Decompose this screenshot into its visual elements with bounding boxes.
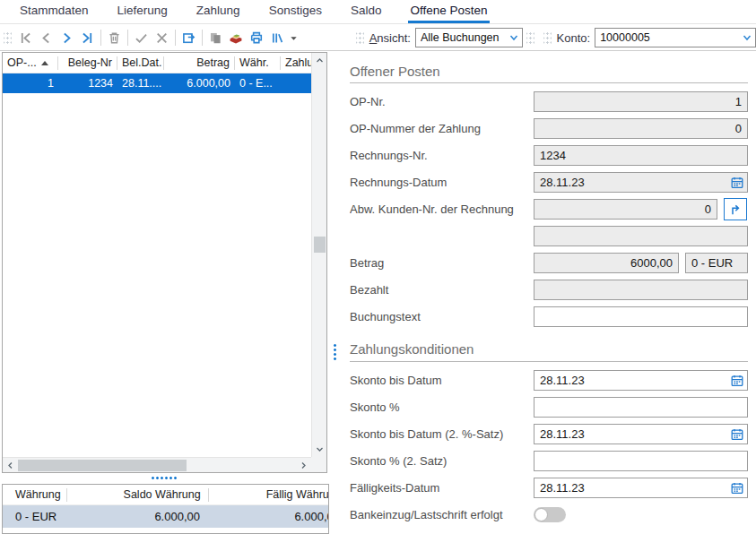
- toolbar-grip: [543, 31, 552, 45]
- form-row-abw-kunden-zusatz: [350, 226, 748, 246]
- chevron-down-icon: [508, 31, 520, 44]
- scroll-down-icon[interactable]: [312, 442, 327, 457]
- cell-faellig: 6.000,00: [207, 510, 329, 523]
- form-row-buchungstext: Buchungstext: [350, 306, 748, 327]
- nav-last-icon[interactable]: [77, 27, 98, 48]
- form-row-abw-kunden-nr: Abw. Kunden-Nr. der Rechnung: [350, 199, 748, 220]
- toolbar-grip: [4, 31, 12, 45]
- calendar-icon[interactable]: [729, 373, 744, 388]
- copy-icon: [205, 27, 226, 48]
- tab-stammdaten[interactable]: Stammdaten: [18, 0, 91, 23]
- open-items-grid: OP-... Beleg-Nr Bel.Dat. Betrag Währ. Za…: [3, 53, 311, 457]
- tab-lieferung[interactable]: Lieferung: [116, 0, 169, 23]
- ansicht-select[interactable]: Alle Buchungen: [415, 28, 523, 47]
- column-header-op-nr[interactable]: OP-...: [3, 56, 58, 70]
- tab-sonstiges[interactable]: Sonstiges: [267, 0, 324, 23]
- scroll-left-icon[interactable]: [3, 458, 18, 473]
- print-forms-icon[interactable]: [226, 27, 247, 48]
- jump-to-record-button[interactable]: [724, 198, 747, 220]
- column-header-zahlung[interactable]: Zahlu: [281, 56, 311, 70]
- form-row-skonto-prozent: Skonto %: [350, 397, 748, 418]
- section-rule: [350, 361, 748, 362]
- field-label: Abw. Kunden-Nr. der Rechnung: [350, 202, 534, 216]
- reports-dropdown-caret-icon[interactable]: [288, 27, 300, 48]
- cell-beleg-nr: 1234: [58, 77, 117, 90]
- konto-select[interactable]: 10000005: [595, 28, 756, 47]
- transfer-icon[interactable]: [178, 27, 199, 48]
- op-zahlung-field: [534, 118, 748, 139]
- form-row-bankeinzug: Bankeinzug/Lastschrift erfolgt: [350, 504, 748, 525]
- vertical-scroll-thumb[interactable]: [314, 237, 326, 253]
- section-title-zahlungskonditionen: Zahlungskonditionen: [350, 340, 748, 359]
- column-header-betrag[interactable]: Betrag: [164, 56, 235, 70]
- scrollbar-corner: [311, 457, 326, 472]
- tab-offene-posten[interactable]: Offene Posten: [408, 0, 489, 23]
- table-row-selected[interactable]: 1 1234 28.11.... 6.000,00 0 - E...: [3, 73, 311, 93]
- ansicht-select-value: Alle Buchungen: [421, 31, 508, 44]
- calendar-icon[interactable]: [729, 480, 744, 495]
- toolbar-separator: [202, 30, 203, 46]
- chevron-down-icon: [741, 31, 753, 44]
- field-label: Skonto bis Datum (2. %-Satz): [350, 427, 534, 441]
- skonto-bis-datum-2-field[interactable]: [534, 424, 748, 444]
- form-row-op-zahlung: OP-Nummer der Zahlung: [350, 118, 748, 139]
- tab-zahlung[interactable]: Zahlung: [195, 0, 242, 23]
- faelligkeits-datum-field[interactable]: [534, 478, 748, 498]
- scroll-right-icon[interactable]: [296, 458, 311, 473]
- bezahlt-field: [534, 280, 748, 300]
- field-label: Bezahlt: [350, 283, 534, 297]
- cell-betrag: 6.000,00: [164, 77, 235, 90]
- saldo-row[interactable]: 0 - EUR 6.000,00 6.000,00: [3, 505, 329, 528]
- betrag-currency-field[interactable]: 0 - EUR: [685, 253, 748, 273]
- column-header-waehr[interactable]: Währ.: [235, 56, 281, 70]
- table-header-row: OP-... Beleg-Nr Bel.Dat. Betrag Währ. Za…: [3, 53, 311, 73]
- column-header-beleg-nr[interactable]: Beleg-Nr: [58, 56, 117, 70]
- toolbar-separator: [127, 30, 128, 46]
- scroll-up-icon[interactable]: [312, 53, 327, 68]
- konto-label: Konto:: [557, 31, 591, 45]
- column-header-waehrung[interactable]: Währung: [3, 488, 67, 502]
- form-row-rechnungs-nr: Rechnungs-Nr.: [350, 145, 748, 166]
- skonto-bis-datum-field[interactable]: [534, 370, 748, 391]
- vertical-scrollbar[interactable]: [311, 53, 326, 457]
- jump-arrow-icon: [728, 202, 743, 217]
- buchungstext-field[interactable]: [534, 306, 748, 327]
- section-rule: [350, 82, 748, 83]
- form-row-skonto-prozent-2: Skonto % (2. Satz): [350, 451, 748, 471]
- field-label: Skonto %: [350, 400, 534, 414]
- tab-saldo[interactable]: Saldo: [349, 0, 384, 23]
- skonto-prozent-2-field[interactable]: [534, 451, 748, 471]
- horizontal-splitter-handle[interactable]: [151, 476, 178, 480]
- tab-bar: Stammdaten Lieferung Zahlung Sonstiges S…: [0, 0, 756, 24]
- abw-kunden-zusatz-field: [534, 226, 748, 246]
- cancel-icon: [152, 27, 172, 48]
- field-label: OP-Nr.: [350, 95, 534, 108]
- reports-icon[interactable]: [267, 27, 288, 48]
- section-title-offener-posten: Offener Posten: [350, 63, 748, 81]
- saldo-table: Währung Saldo Währung Fällig Währung 0 -…: [2, 484, 329, 534]
- app-window: Stammdaten Lieferung Zahlung Sonstiges S…: [0, 0, 756, 534]
- bankeinzug-toggle[interactable]: [534, 507, 566, 522]
- toolbar-separator: [175, 30, 176, 46]
- vertical-splitter-handle[interactable]: [333, 343, 337, 361]
- calendar-icon[interactable]: [729, 175, 744, 190]
- column-header-saldo-waehrung[interactable]: Saldo Währung: [67, 488, 209, 502]
- horizontal-scrollbar[interactable]: [3, 457, 311, 472]
- nav-next-icon[interactable]: [56, 27, 77, 48]
- skonto-prozent-field[interactable]: [534, 397, 748, 418]
- printer-icon[interactable]: [247, 27, 267, 48]
- field-label: OP-Nummer der Zahlung: [350, 122, 534, 135]
- detail-panel: Offener Posten OP-Nr. OP-Nummer der Zahl…: [341, 52, 756, 534]
- column-header-bel-dat[interactable]: Bel.Dat.: [117, 56, 164, 70]
- field-label: Betrag: [350, 256, 534, 270]
- calendar-icon[interactable]: [729, 426, 744, 442]
- toggle-knob: [534, 508, 548, 521]
- column-header-faellig-waehrung[interactable]: Fällig Währung: [209, 488, 329, 502]
- field-label: Bankeinzug/Lastschrift erfolgt: [350, 508, 534, 521]
- field-label: Rechnungs-Datum: [350, 176, 534, 189]
- form-row-bezahlt: Bezahlt: [350, 280, 748, 300]
- form-row-skonto-bis: Skonto bis Datum: [350, 370, 748, 391]
- field-label: Skonto % (2. Satz): [350, 454, 534, 468]
- horizontal-scroll-thumb[interactable]: [18, 460, 187, 471]
- saldo-header-row: Währung Saldo Währung Fällig Währung: [3, 485, 329, 505]
